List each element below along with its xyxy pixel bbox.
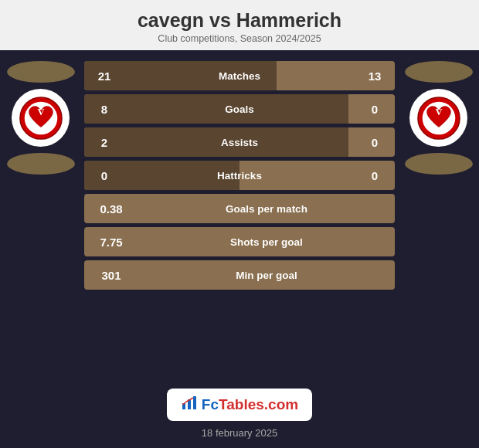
fc-blue-text: Fc xyxy=(202,396,219,412)
stats-column: 21 Matches 13 8 Goals 0 2 Assists 0 xyxy=(81,61,398,381)
body-section: V 21 Matches 13 8 Goals 0 xyxy=(0,50,479,389)
matches-right-value: 13 xyxy=(355,70,395,83)
hattricks-right-value: 0 xyxy=(355,169,395,182)
shots-per-goal-label: Shots per goal xyxy=(138,236,395,248)
right-team-column: V xyxy=(398,61,479,381)
stat-row-hattricks: 0 Hattricks 0 xyxy=(84,161,395,190)
fctables-text: FcTables.com xyxy=(202,396,298,413)
svg-rect-8 xyxy=(193,396,196,409)
goals-left-value: 8 xyxy=(84,103,124,116)
bottom-section: FcTables.com 18 february 2025 xyxy=(0,389,479,448)
chart-icon xyxy=(181,394,198,416)
stat-row-assists: 2 Assists 0 xyxy=(84,127,395,157)
right-team-logo: V xyxy=(416,96,461,141)
player1-name: cavegn xyxy=(138,9,204,31)
assists-right-value: 0 xyxy=(355,136,395,149)
right-team-badge: V xyxy=(409,89,467,147)
fctables-badge: FcTables.com xyxy=(167,389,312,421)
left-oval-top xyxy=(7,61,75,83)
min-per-goal-label: Min per goal xyxy=(138,270,395,281)
fc-red-text: Tables.com xyxy=(219,396,298,412)
stat-row-matches: 21 Matches 13 xyxy=(84,61,395,90)
footer-date: 18 february 2025 xyxy=(202,427,277,439)
player2-name: Hammerich xyxy=(236,9,341,31)
goals-per-match-label: Goals per match xyxy=(138,203,395,215)
svg-text:V: V xyxy=(37,107,44,117)
left-team-badge: V xyxy=(12,89,70,147)
goals-right-value: 0 xyxy=(355,103,395,116)
main-title: cavegn vs Hammerich xyxy=(8,9,471,32)
page-wrapper: cavegn vs Hammerich Club competitions, S… xyxy=(0,0,479,448)
matches-left-value: 21 xyxy=(84,70,124,83)
vs-text: vs xyxy=(204,9,236,31)
assists-label: Assists xyxy=(124,137,355,148)
matches-label: Matches xyxy=(124,70,355,82)
shots-per-goal-value: 7.75 xyxy=(84,236,138,249)
competition-subtitle: Club competitions, Season 2024/2025 xyxy=(8,33,471,44)
assists-left-value: 2 xyxy=(84,136,124,149)
svg-text:V: V xyxy=(435,107,442,117)
stat-row-goals: 8 Goals 0 xyxy=(84,94,395,124)
left-oval-bottom xyxy=(7,153,75,175)
goals-label: Goals xyxy=(124,104,355,115)
stat-row-shots-per-goal: 7.75 Shots per goal xyxy=(84,227,395,256)
right-oval-top xyxy=(405,61,473,83)
hattricks-left-value: 0 xyxy=(84,169,124,182)
right-oval-bottom xyxy=(405,153,473,175)
stat-row-goals-per-match: 0.38 Goals per match xyxy=(84,194,395,223)
left-team-logo: V xyxy=(19,96,63,141)
goals-per-match-value: 0.38 xyxy=(84,202,138,216)
left-team-column: V xyxy=(0,61,81,381)
stat-row-min-per-goal: 301 Min per goal xyxy=(84,260,395,290)
hattricks-label: Hattricks xyxy=(124,170,355,182)
header-section: cavegn vs Hammerich Club competitions, S… xyxy=(0,0,479,50)
min-per-goal-value: 301 xyxy=(84,269,138,282)
